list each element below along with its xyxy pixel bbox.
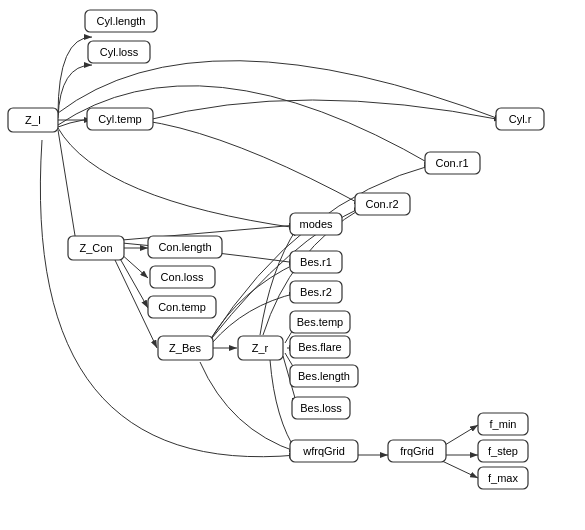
node-fstep: f_step — [478, 440, 528, 462]
node-contemp: Con.temp — [148, 296, 216, 318]
label-besr2: Bes.r2 — [300, 286, 332, 298]
node-fmax: f_max — [478, 467, 528, 489]
label-besr1: Bes.r1 — [300, 256, 332, 268]
node-cyltemp: Cyl.temp — [87, 108, 153, 130]
dependency-graph: Z_I Cyl.length Cyl.loss Cyl.temp Cyl.r C… — [0, 0, 585, 530]
node-frqgrid: frqGrid — [388, 440, 446, 462]
edge-cyltemp-cylr — [148, 100, 502, 120]
edge-zi-zcon — [58, 130, 77, 248]
edge-zbes-wfrqgrid — [200, 362, 297, 452]
node-beslength: Bes.length — [290, 365, 358, 387]
label-fmax: f_max — [488, 472, 518, 484]
node-fmin: f_min — [478, 413, 528, 435]
node-zi: Z_I — [8, 108, 58, 132]
node-modes: modes — [290, 213, 342, 235]
node-zr: Z_r — [238, 336, 283, 360]
node-conlength: Con.length — [148, 236, 222, 258]
edge-zi-cyllength — [58, 37, 92, 115]
node-besr2: Bes.r2 — [290, 281, 342, 303]
node-besflare: Bes.flare — [290, 336, 350, 358]
label-fstep: f_step — [488, 445, 518, 457]
label-conlength: Con.length — [158, 241, 211, 253]
node-cyllength: Cyl.length — [85, 10, 157, 32]
label-beslength: Bes.length — [298, 370, 350, 382]
label-wfrqgrid: wfrqGrid — [302, 445, 345, 457]
node-besloss: Bes.loss — [292, 397, 350, 419]
label-bestemp: Bes.temp — [297, 316, 343, 328]
label-modes: modes — [299, 218, 333, 230]
node-wfrqgrid: wfrqGrid — [290, 440, 358, 462]
label-cylr: Cyl.r — [509, 113, 532, 125]
node-conr2: Con.r2 — [355, 193, 410, 215]
edge-zi-modes — [58, 128, 297, 228]
graph-container: Z_I Cyl.length Cyl.loss Cyl.temp Cyl.r C… — [0, 0, 585, 530]
edge-zi-cylloss — [58, 65, 92, 118]
edge-frqgrid-fmax — [440, 460, 478, 478]
label-zr: Z_r — [252, 342, 269, 354]
node-zbes: Z_Bes — [158, 336, 213, 360]
edge-zbes-besr1 — [210, 263, 297, 340]
label-cylloss: Cyl.loss — [100, 46, 139, 58]
node-zcon: Z_Con — [68, 236, 124, 260]
label-fmin: f_min — [490, 418, 517, 430]
node-cylloss: Cyl.loss — [88, 41, 150, 63]
label-conr1: Con.r1 — [435, 157, 468, 169]
node-besr1: Bes.r1 — [290, 251, 342, 273]
label-zi: Z_I — [25, 114, 41, 126]
label-cyllength: Cyl.length — [97, 15, 146, 27]
node-bestemp: Bes.temp — [290, 311, 350, 333]
node-cylr: Cyl.r — [496, 108, 544, 130]
edge-zi-conr2 — [58, 118, 362, 205]
edge-zcon-contemp — [118, 255, 148, 308]
label-besloss: Bes.loss — [300, 402, 342, 414]
label-contemp: Con.temp — [158, 301, 206, 313]
label-zcon: Z_Con — [79, 242, 112, 254]
label-besflare: Bes.flare — [298, 341, 341, 353]
label-zbes: Z_Bes — [169, 342, 201, 354]
node-conloss: Con.loss — [150, 266, 215, 288]
label-frqgrid: frqGrid — [400, 445, 434, 457]
label-conr2: Con.r2 — [365, 198, 398, 210]
node-conr1: Con.r1 — [425, 152, 480, 174]
label-cyltemp: Cyl.temp — [98, 113, 141, 125]
label-conloss: Con.loss — [161, 271, 204, 283]
